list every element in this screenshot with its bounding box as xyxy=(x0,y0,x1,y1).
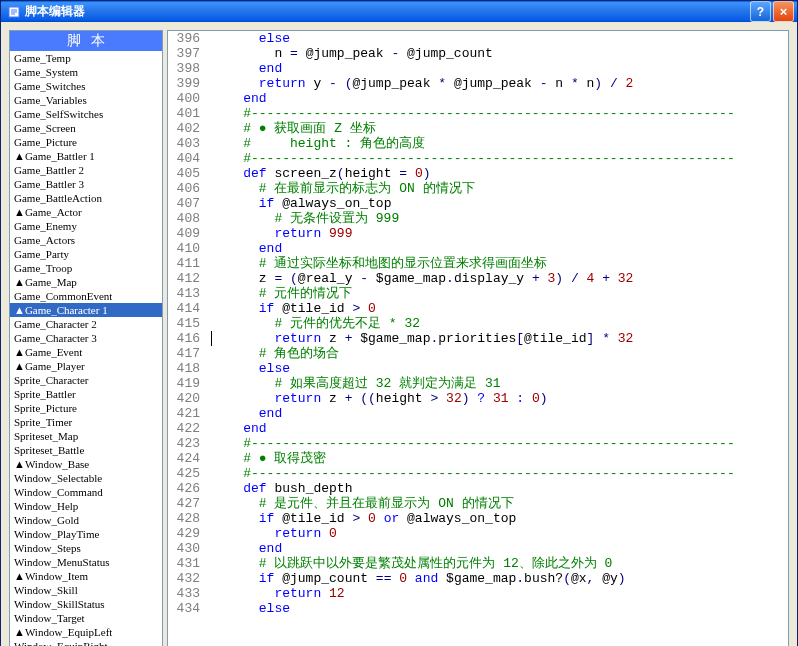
code-line[interactable]: 421 end xyxy=(168,406,788,421)
script-item[interactable]: Game_Party xyxy=(10,247,162,261)
script-item[interactable]: Game_SelfSwitches xyxy=(10,107,162,121)
code-line[interactable]: 424 # ● 取得茂密 xyxy=(168,451,788,466)
line-number: 425 xyxy=(168,466,212,481)
script-item[interactable]: Game_Temp xyxy=(10,51,162,65)
script-item[interactable]: ▲Game_Character 1 xyxy=(10,303,162,317)
code-line[interactable]: 413 # 元件的情况下 xyxy=(168,286,788,301)
line-number: 423 xyxy=(168,436,212,451)
script-item[interactable]: Game_Variables xyxy=(10,93,162,107)
code-editor[interactable]: 396 else397 n = @jump_peak - @jump_count… xyxy=(167,30,789,646)
script-item[interactable]: ▲Game_Actor xyxy=(10,205,162,219)
script-item[interactable]: Window_Gold xyxy=(10,513,162,527)
script-item[interactable]: Sprite_Character xyxy=(10,373,162,387)
titlebar[interactable]: 脚本编辑器 ? × xyxy=(1,1,797,22)
line-number: 416 xyxy=(168,331,212,346)
code-line[interactable]: 396 else xyxy=(168,31,788,46)
script-item[interactable]: Game_Switches xyxy=(10,79,162,93)
code-line[interactable]: 428 if @tile_id > 0 or @always_on_top xyxy=(168,511,788,526)
line-number: 409 xyxy=(168,226,212,241)
script-item[interactable]: ▲Game_Map xyxy=(10,275,162,289)
script-item[interactable]: Game_Character 3 xyxy=(10,331,162,345)
code-line[interactable]: 426 def bush_depth xyxy=(168,481,788,496)
script-item[interactable]: Window_Skill xyxy=(10,583,162,597)
code-line[interactable]: 410 end xyxy=(168,241,788,256)
script-item[interactable]: Window_Target xyxy=(10,611,162,625)
script-item[interactable]: Game_Screen xyxy=(10,121,162,135)
script-item[interactable]: Game_BattleAction xyxy=(10,191,162,205)
script-item[interactable]: Sprite_Picture xyxy=(10,401,162,415)
code-line[interactable]: 429 return 0 xyxy=(168,526,788,541)
script-item[interactable]: Game_System xyxy=(10,65,162,79)
script-item[interactable]: Game_Troop xyxy=(10,261,162,275)
script-item[interactable]: Window_EquipRight xyxy=(10,639,162,646)
code-line[interactable]: 431 # 以跳跃中以外要是繁茂处属性的元件为 12、除此之外为 0 xyxy=(168,556,788,571)
script-item[interactable]: Spriteset_Battle xyxy=(10,443,162,457)
script-item[interactable]: ▲Game_Battler 1 xyxy=(10,149,162,163)
code-line[interactable]: 433 return 12 xyxy=(168,586,788,601)
script-item[interactable]: Game_CommonEvent xyxy=(10,289,162,303)
code-line[interactable]: 398 end xyxy=(168,61,788,76)
script-item[interactable]: ▲Window_EquipLeft xyxy=(10,625,162,639)
code-line[interactable]: 402 # ● 获取画面 Z 坐标 xyxy=(168,121,788,136)
code-line[interactable]: 418 else xyxy=(168,361,788,376)
script-item[interactable]: Game_Enemy xyxy=(10,219,162,233)
code-line[interactable]: 407 if @always_on_top xyxy=(168,196,788,211)
script-item[interactable]: Window_MenuStatus xyxy=(10,555,162,569)
script-item[interactable]: Window_Command xyxy=(10,485,162,499)
script-item[interactable]: Game_Battler 2 xyxy=(10,163,162,177)
script-item[interactable]: Spriteset_Map xyxy=(10,429,162,443)
script-item[interactable]: Window_Help xyxy=(10,499,162,513)
code-line[interactable]: 416 return z + $game_map.priorities[@til… xyxy=(168,331,788,346)
line-number: 433 xyxy=(168,586,212,601)
script-item[interactable]: Window_Steps xyxy=(10,541,162,555)
script-item[interactable]: ▲Window_Item xyxy=(10,569,162,583)
code-line[interactable]: 405 def screen_z(height = 0) xyxy=(168,166,788,181)
script-item[interactable]: ▲Window_Base xyxy=(10,457,162,471)
code-line[interactable]: 420 return z + ((height > 32) ? 31 : 0) xyxy=(168,391,788,406)
code-line[interactable]: 419 # 如果高度超过 32 就判定为满足 31 xyxy=(168,376,788,391)
code-line[interactable]: 408 # 无条件设置为 999 xyxy=(168,211,788,226)
script-item[interactable]: Sprite_Timer xyxy=(10,415,162,429)
script-item[interactable]: Window_SkillStatus xyxy=(10,597,162,611)
code-line[interactable]: 423 #-----------------------------------… xyxy=(168,436,788,451)
code-line[interactable]: 414 if @tile_id > 0 xyxy=(168,301,788,316)
code-line[interactable]: 425 #-----------------------------------… xyxy=(168,466,788,481)
code-text: def bush_depth xyxy=(212,481,788,496)
code-line[interactable]: 417 # 角色的场合 xyxy=(168,346,788,361)
code-line[interactable]: 412 z = (@real_y - $game_map.display_y +… xyxy=(168,271,788,286)
code-line[interactable]: 397 n = @jump_peak - @jump_count xyxy=(168,46,788,61)
code-line[interactable]: 411 # 通过实际坐标和地图的显示位置来求得画面坐标 xyxy=(168,256,788,271)
code-line[interactable]: 403 # height : 角色的高度 xyxy=(168,136,788,151)
script-item[interactable]: ▲Game_Event xyxy=(10,345,162,359)
script-item[interactable]: Window_PlayTime xyxy=(10,527,162,541)
code-line[interactable]: 404 #-----------------------------------… xyxy=(168,151,788,166)
code-text: if @always_on_top xyxy=(212,196,788,211)
script-item[interactable]: Game_Actors xyxy=(10,233,162,247)
script-item[interactable]: Window_Selectable xyxy=(10,471,162,485)
script-item[interactable]: ▲Game_Player xyxy=(10,359,162,373)
code-line[interactable]: 406 # 在最前显示的标志为 ON 的情况下 xyxy=(168,181,788,196)
help-button[interactable]: ? xyxy=(750,1,771,22)
script-item[interactable]: Sprite_Battler xyxy=(10,387,162,401)
code-line[interactable]: 422 end xyxy=(168,421,788,436)
code-text: end xyxy=(212,541,788,556)
script-list[interactable]: Game_TempGame_SystemGame_SwitchesGame_Va… xyxy=(10,51,162,646)
code-text: return 0 xyxy=(212,526,788,541)
code-line[interactable]: 401 #-----------------------------------… xyxy=(168,106,788,121)
code-line[interactable]: 415 # 元件的优先不足 * 32 xyxy=(168,316,788,331)
close-button[interactable]: × xyxy=(773,1,794,22)
code-line[interactable]: 400 end xyxy=(168,91,788,106)
line-number: 429 xyxy=(168,526,212,541)
code-line[interactable]: 399 return y - (@jump_peak * @jump_peak … xyxy=(168,76,788,91)
code-text: # 角色的场合 xyxy=(212,346,788,361)
code-line[interactable]: 430 end xyxy=(168,541,788,556)
code-line[interactable]: 434 else xyxy=(168,601,788,616)
script-item[interactable]: Game_Battler 3 xyxy=(10,177,162,191)
code-text: return 999 xyxy=(212,226,788,241)
script-item[interactable]: Game_Picture xyxy=(10,135,162,149)
code-line[interactable]: 409 return 999 xyxy=(168,226,788,241)
script-item[interactable]: Game_Character 2 xyxy=(10,317,162,331)
code-line[interactable]: 432 if @jump_count == 0 and $game_map.bu… xyxy=(168,571,788,586)
code-line[interactable]: 427 # 是元件、并且在最前显示为 ON 的情况下 xyxy=(168,496,788,511)
line-number: 420 xyxy=(168,391,212,406)
